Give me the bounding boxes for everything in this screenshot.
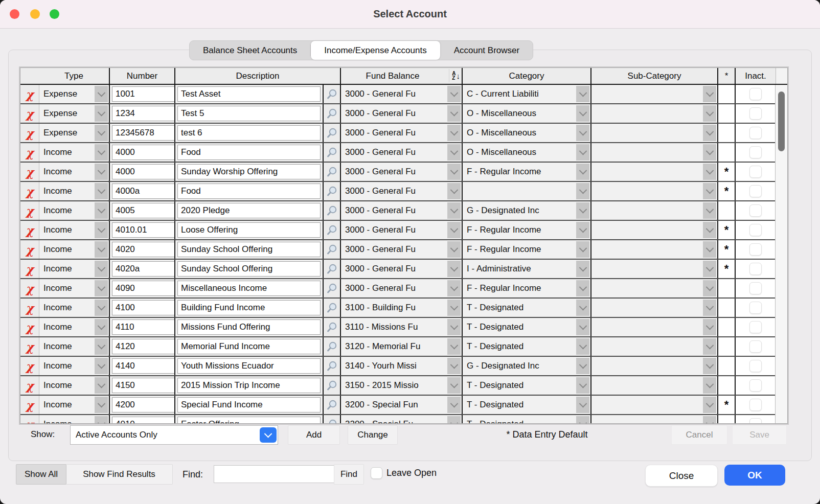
sub-category-dropdown-button[interactable] [703, 261, 716, 277]
number-input[interactable] [112, 281, 174, 296]
lookup-button[interactable] [323, 357, 340, 375]
sub-category-dropdown[interactable] [590, 182, 717, 200]
type-dropdown-button[interactable] [95, 125, 108, 141]
sub-category-dropdown[interactable] [590, 318, 717, 336]
type-dropdown-button[interactable] [95, 358, 108, 374]
fund-balance-dropdown[interactable]: 3120 - Memorial Fu [340, 337, 462, 356]
sub-category-dropdown-button[interactable] [703, 222, 716, 238]
type-dropdown[interactable]: Income [39, 376, 109, 395]
number-input[interactable] [112, 261, 174, 277]
sub-category-dropdown[interactable] [590, 85, 717, 103]
fund-balance-dropdown[interactable]: 3140 - Yourh Missi [340, 357, 462, 375]
sub-category-dropdown[interactable] [590, 376, 717, 395]
type-dropdown[interactable]: Income [39, 260, 109, 278]
description-input[interactable] [177, 242, 321, 257]
category-dropdown-button[interactable] [576, 416, 589, 423]
description-input[interactable] [177, 86, 321, 102]
show-find-results-button[interactable]: Show Find Results [65, 464, 173, 485]
type-dropdown-button[interactable] [95, 397, 108, 413]
delete-row-button[interactable]: χ [20, 279, 39, 297]
inactive-checkbox[interactable] [749, 379, 762, 392]
category-dropdown-button[interactable] [576, 397, 589, 413]
type-dropdown-button[interactable] [95, 319, 108, 335]
category-dropdown[interactable]: G - Designated Inc [462, 357, 590, 375]
type-dropdown-button[interactable] [95, 222, 108, 238]
delete-row-button[interactable]: χ [20, 357, 39, 375]
fund-balance-dropdown[interactable]: 3200 - Special Fu [340, 415, 462, 423]
fund-balance-dropdown[interactable]: 3000 - General Fu [340, 201, 462, 220]
fund-balance-dropdown[interactable]: 3000 - General Fu [340, 182, 462, 200]
fund-dropdown-button[interactable] [447, 261, 461, 277]
inactive-checkbox[interactable] [749, 146, 762, 158]
lookup-button[interactable] [323, 337, 340, 356]
category-dropdown[interactable]: F - Regular Income [462, 240, 590, 259]
lookup-button[interactable] [323, 260, 340, 278]
lookup-button[interactable] [323, 124, 340, 142]
sub-category-dropdown[interactable] [590, 279, 717, 297]
fund-balance-dropdown[interactable]: 3000 - General Fu [340, 85, 462, 103]
description-input[interactable] [177, 145, 321, 160]
type-dropdown[interactable]: Income [39, 163, 109, 181]
category-dropdown-button[interactable] [576, 86, 589, 102]
number-input[interactable] [112, 358, 174, 374]
header-fund-balance[interactable]: Fund Balance AZ↓ [340, 68, 462, 84]
save-button[interactable]: Save [732, 425, 787, 445]
category-dropdown-button[interactable] [576, 241, 589, 258]
show-filter-dropdown[interactable]: Active Accounts Only [70, 425, 278, 445]
category-dropdown-button[interactable] [576, 280, 589, 296]
inactive-checkbox[interactable] [749, 302, 762, 314]
inactive-checkbox[interactable] [749, 263, 762, 275]
sub-category-dropdown[interactable] [590, 337, 717, 356]
inactive-checkbox[interactable] [749, 185, 762, 197]
fund-dropdown-button[interactable] [447, 144, 461, 161]
fund-balance-dropdown[interactable]: 3000 - General Fu [340, 104, 462, 123]
delete-row-button[interactable]: χ [20, 163, 39, 181]
sub-category-dropdown[interactable] [590, 104, 717, 123]
number-input[interactable] [112, 145, 174, 160]
delete-row-button[interactable]: χ [20, 396, 39, 414]
delete-row-button[interactable]: χ [20, 318, 39, 336]
category-dropdown-button[interactable] [576, 183, 589, 199]
sort-az-icon[interactable]: AZ↓ [449, 69, 460, 82]
category-dropdown[interactable]: T - Designated [462, 318, 590, 336]
show-all-button[interactable]: Show All [16, 464, 66, 485]
category-dropdown[interactable] [462, 182, 590, 200]
lookup-button[interactable] [323, 143, 340, 162]
description-input[interactable] [177, 261, 321, 277]
fund-dropdown-button[interactable] [447, 222, 461, 238]
fund-dropdown-button[interactable] [447, 338, 461, 355]
ok-button[interactable]: OK [724, 465, 785, 486]
fund-dropdown-button[interactable] [447, 125, 461, 141]
lookup-button[interactable] [323, 396, 340, 414]
delete-row-button[interactable]: χ [20, 85, 39, 103]
type-dropdown[interactable]: Income [39, 337, 109, 356]
lookup-button[interactable] [323, 221, 340, 239]
lookup-button[interactable] [323, 163, 340, 181]
sub-category-dropdown[interactable] [590, 357, 717, 375]
type-dropdown[interactable]: Income [39, 357, 109, 375]
type-dropdown[interactable]: Income [39, 318, 109, 336]
sub-category-dropdown-button[interactable] [703, 416, 716, 423]
category-dropdown-button[interactable] [576, 377, 589, 394]
delete-row-button[interactable]: χ [20, 337, 39, 356]
inactive-checkbox[interactable] [749, 204, 762, 217]
type-dropdown-button[interactable] [95, 338, 108, 355]
delete-row-button[interactable]: χ [20, 260, 39, 278]
type-dropdown[interactable]: Income [39, 279, 109, 297]
sub-category-dropdown[interactable] [590, 240, 717, 259]
type-dropdown-button[interactable] [95, 416, 108, 423]
inactive-checkbox[interactable] [749, 224, 762, 236]
lookup-button[interactable] [323, 240, 340, 259]
type-dropdown-button[interactable] [95, 377, 108, 394]
number-input[interactable] [112, 242, 174, 257]
category-dropdown[interactable]: O - Miscellaneous [462, 124, 590, 142]
delete-row-button[interactable]: χ [20, 221, 39, 239]
delete-row-button[interactable]: χ [20, 201, 39, 220]
inactive-checkbox[interactable] [749, 166, 762, 178]
delete-row-button[interactable]: χ [20, 143, 39, 162]
lookup-button[interactable] [323, 85, 340, 103]
sub-category-dropdown-button[interactable] [703, 125, 716, 141]
fund-dropdown-button[interactable] [447, 319, 461, 335]
description-input[interactable] [177, 203, 321, 218]
type-dropdown[interactable]: Income [39, 182, 109, 200]
